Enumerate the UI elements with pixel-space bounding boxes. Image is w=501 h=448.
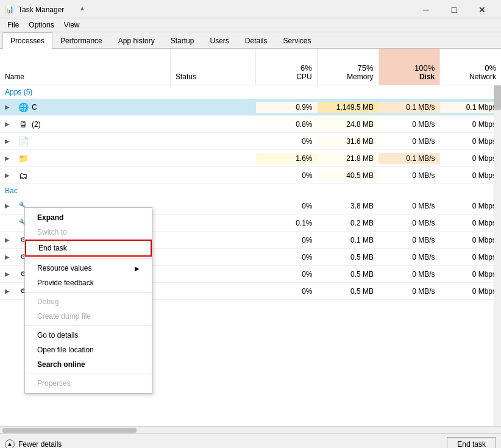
proc-name-cell: ▶ 🖥 (2) xyxy=(0,118,171,130)
memory-label: Memory xyxy=(347,73,373,81)
menu-view[interactable]: View xyxy=(59,20,85,30)
menu-options[interactable]: Options xyxy=(24,20,59,30)
proc-memory-cell: 0.1 MB xyxy=(318,235,379,246)
proc-network-cell: 0 Mbps xyxy=(440,201,502,212)
expand-icon[interactable]: ▶ xyxy=(5,271,15,277)
expand-icon[interactable]: ▶ xyxy=(5,236,15,243)
proc-status-cell xyxy=(171,239,256,241)
proc-cpu-cell: 0% xyxy=(256,252,318,263)
expand-icon[interactable]: ▶ xyxy=(5,155,15,162)
tab-details[interactable]: Details xyxy=(237,32,275,49)
proc-icon: 🌐 xyxy=(18,102,28,112)
proc-cpu-cell: 1.6% xyxy=(256,153,318,164)
table-row[interactable]: ▶ 🖥 (2) 0.8% 24.8 MB 0 MB/s 0 Mbps xyxy=(0,116,501,133)
maximize-button[interactable]: □ xyxy=(440,1,468,19)
scrollbar[interactable] xyxy=(494,85,501,426)
col-header-memory[interactable]: 75% Memory xyxy=(318,49,379,85)
proc-disk-cell: 0 MB/s xyxy=(378,235,440,246)
cpu-percent: 6% xyxy=(300,63,312,73)
proc-cpu-cell: 0% xyxy=(256,269,318,280)
proc-icon: 🖥 xyxy=(18,119,28,129)
tab-app-history[interactable]: App history xyxy=(110,32,163,49)
col-header-status[interactable]: Status xyxy=(171,49,256,85)
proc-status-cell xyxy=(171,106,256,108)
background-section-label: Bac xyxy=(5,187,18,195)
proc-disk-cell: 0.1 MB/s xyxy=(378,102,440,113)
expand-icon[interactable]: ▶ xyxy=(5,288,15,294)
ctx-sep-3 xyxy=(25,325,152,326)
expand-icon[interactable]: ▶ xyxy=(5,138,15,144)
expand-icon[interactable]: ▶ xyxy=(5,202,15,209)
menu-file[interactable]: File xyxy=(2,20,24,30)
proc-memory-cell: 21.8 MB xyxy=(318,153,379,164)
expand-icon[interactable]: ▶ xyxy=(5,104,15,110)
proc-network-cell: 0 Mbps xyxy=(440,286,502,297)
app-icon: 📊 xyxy=(5,5,15,15)
proc-status-cell xyxy=(171,290,256,293)
proc-status-cell xyxy=(171,123,256,126)
window-controls: ─ □ ✕ xyxy=(412,1,496,19)
column-header-row: ▲ Name Status 6% CPU 75% Memory 100% Dis… xyxy=(0,49,501,85)
proc-disk-cell: 0 MB/s xyxy=(378,201,440,212)
network-label: Network xyxy=(469,73,496,81)
proc-memory-cell: 0.5 MB xyxy=(318,286,379,297)
memory-percent: 75% xyxy=(357,63,373,73)
ctx-go-to-details[interactable]: Go to details xyxy=(25,328,152,343)
cpu-label: CPU xyxy=(296,73,311,81)
proc-name-cell: ▶ 🗂 xyxy=(0,169,171,182)
main-content: ▲ Name Status 6% CPU 75% Memory 100% Dis… xyxy=(0,49,501,426)
ctx-search-online[interactable]: Search online xyxy=(25,357,152,372)
proc-title: C xyxy=(32,103,37,112)
col-header-disk[interactable]: 100% Disk xyxy=(379,49,441,85)
proc-status-cell xyxy=(171,205,256,207)
close-button[interactable]: ✕ xyxy=(468,1,496,19)
proc-cpu-cell: 0% xyxy=(256,235,318,246)
proc-icon: 📄 xyxy=(18,137,28,146)
proc-cpu-cell: 0.9% xyxy=(256,102,318,113)
expand-icon[interactable]: ▶ xyxy=(5,254,15,260)
proc-status-cell xyxy=(171,273,256,276)
proc-memory-cell: 1,149.5 MB xyxy=(318,102,379,113)
tab-processes[interactable]: Processes xyxy=(2,32,52,49)
horizontal-scrollbar[interactable] xyxy=(0,426,501,433)
col-header-name[interactable]: ▲ Name xyxy=(0,49,171,85)
tab-performance[interactable]: Performance xyxy=(52,32,110,49)
disk-percent: 100% xyxy=(414,63,435,73)
ctx-switch-to[interactable]: Switch to xyxy=(25,225,152,240)
ctx-resource-values[interactable]: Resource values ▶ xyxy=(25,261,152,276)
proc-disk-cell: 0 MB/s xyxy=(378,269,440,280)
ctx-provide-feedback[interactable]: Provide feedback xyxy=(25,276,152,290)
ctx-debug[interactable]: Debug xyxy=(25,294,152,309)
table-row[interactable]: ▶ 🌐 C 0.9% 1,149.5 MB 0.1 MB/s 0.1 Mbps xyxy=(0,99,501,116)
proc-disk-cell: 0 MB/s xyxy=(378,218,440,229)
expand-icon[interactable]: ▶ xyxy=(5,121,15,127)
tab-users[interactable]: Users xyxy=(202,32,236,49)
proc-status-cell xyxy=(171,174,256,177)
tab-startup[interactable]: Startup xyxy=(163,32,202,49)
table-body[interactable]: Apps (5) ▶ 🌐 C 0.9% 1,149.5 MB 0.1 MB/s … xyxy=(0,85,501,426)
expand-icon[interactable]: ▶ xyxy=(5,172,15,179)
ctx-end-task[interactable]: End task xyxy=(25,240,152,257)
table-row[interactable]: ▶ 📄 0% 31.6 MB 0 MB/s 0 Mbps xyxy=(0,133,501,150)
hscroll-thumb[interactable] xyxy=(2,428,137,433)
proc-network-cell: 0 Mbps xyxy=(440,170,502,181)
end-task-button[interactable]: End task xyxy=(447,437,496,449)
table-row[interactable]: ▶ 📁 1.6% 21.8 MB 0.1 MB/s 0 Mbps xyxy=(0,150,501,167)
fewer-details-button[interactable]: ▲ Fewer details xyxy=(5,439,62,449)
scrollbar-thumb[interactable] xyxy=(494,85,501,110)
proc-disk-cell: 0 MB/s xyxy=(378,252,440,263)
proc-network-cell: 0 Mbps xyxy=(440,136,502,147)
proc-memory-cell: 31.6 MB xyxy=(318,136,379,147)
column-status-label: Status xyxy=(176,73,196,81)
ctx-properties[interactable]: Properties xyxy=(25,376,152,391)
minimize-button[interactable]: ─ xyxy=(412,1,440,19)
proc-title: (2) xyxy=(32,120,41,129)
ctx-sep-2 xyxy=(25,292,152,293)
col-header-cpu[interactable]: 6% CPU xyxy=(256,49,318,85)
col-header-network[interactable]: 0% Network xyxy=(440,49,501,85)
tab-services[interactable]: Services xyxy=(275,32,319,49)
ctx-open-file-location[interactable]: Open file location xyxy=(25,343,152,357)
ctx-create-dump[interactable]: Create dump file xyxy=(25,309,152,324)
ctx-expand[interactable]: Expand xyxy=(25,210,152,225)
table-row[interactable]: ▶ 🗂 0% 40.5 MB 0 MB/s 0 Mbps xyxy=(0,167,501,184)
